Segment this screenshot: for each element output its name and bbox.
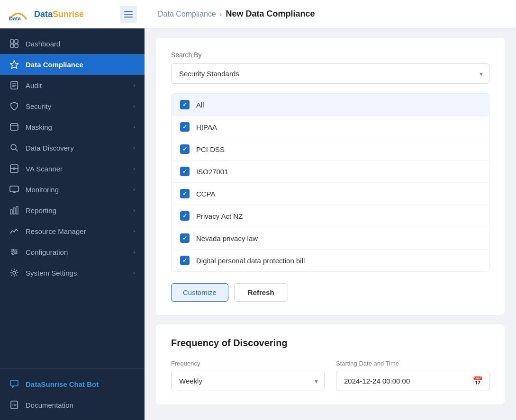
sidebar-label-monitoring: Monitoring <box>26 186 127 194</box>
star-icon <box>9 60 19 69</box>
sidebar-item-monitoring[interactable]: Monitoring › <box>0 179 145 200</box>
search-by-select[interactable]: Security Standards Column Name Data Type <box>171 63 489 84</box>
svg-text:Data: Data <box>9 15 21 21</box>
sidebar-item-data-compliance[interactable]: Data Compliance <box>0 54 145 75</box>
checkbox-label-all: All <box>196 101 204 109</box>
customize-button[interactable]: Customize <box>171 283 228 302</box>
chevron-down-icon: › <box>133 166 135 171</box>
search-icon <box>9 143 19 152</box>
svg-rect-21 <box>13 208 15 214</box>
sidebar-item-label: Dashboard <box>26 40 135 48</box>
checkbox-item-iso27001[interactable]: ✓ ISO27001 <box>172 161 489 183</box>
checkbox-label-hipaa: HIPAA <box>196 123 217 131</box>
date-group: Starting Date and Time 📅 <box>336 360 489 391</box>
checkbox-ccpa[interactable]: ✓ <box>180 189 190 198</box>
chevron-down-icon: › <box>133 270 135 276</box>
sidebar-item-reporting[interactable]: Reporting › <box>0 200 145 221</box>
documentation-label: Documentation <box>26 401 135 409</box>
checkbox-item-nevada[interactable]: ✓ Nevada privacy law <box>172 227 489 250</box>
checkbox-item-digital[interactable]: ✓ Digital personal data protection bill <box>172 250 489 271</box>
chevron-down-icon: › <box>133 145 135 151</box>
nav-items: Dashboard Data Compliance Audit › <box>0 28 145 368</box>
sidebar-item-label-active: Data Compliance <box>26 61 135 69</box>
svg-rect-17 <box>10 186 18 192</box>
checkbox-item-ccpa[interactable]: ✓ CCPA <box>172 183 489 205</box>
svg-rect-3 <box>10 44 14 47</box>
frequency-card: Frequency of Discovering Frequency Weekl… <box>156 324 505 404</box>
checkbox-label-nevada: Nevada privacy law <box>196 234 258 242</box>
sidebar-item-audit[interactable]: Audit › <box>0 75 145 96</box>
search-by-card: Search By Security Standards Column Name… <box>156 38 505 315</box>
svg-point-27 <box>15 251 17 253</box>
checkbox-digital[interactable]: ✓ <box>180 256 190 265</box>
date-input[interactable] <box>336 371 489 391</box>
checkbox-label-iso27001: ISO27001 <box>196 168 228 176</box>
sidebar-label-configuration: Configuration <box>26 248 127 256</box>
doc-icon: DOC <box>9 400 19 410</box>
svg-text:DOC: DOC <box>12 403 18 407</box>
refresh-button[interactable]: Refresh <box>234 283 288 302</box>
checkbox-nevada[interactable]: ✓ <box>180 233 190 243</box>
checkbox-privacy-act-nz[interactable]: ✓ <box>180 211 190 221</box>
svg-rect-20 <box>10 210 12 214</box>
sidebar-toggle-button[interactable] <box>120 6 137 23</box>
svg-point-26 <box>12 249 14 251</box>
file-icon <box>9 80 19 90</box>
checkbox-pci-dss[interactable]: ✓ <box>180 144 190 154</box>
sidebar-item-security[interactable]: Security › <box>0 96 145 116</box>
config-icon <box>9 247 19 257</box>
checkbox-item-hipaa[interactable]: ✓ HIPAA <box>172 116 489 138</box>
sidebar-item-system-settings[interactable]: System Settings › <box>0 262 145 283</box>
sidebar-label-masking: Masking <box>26 123 127 131</box>
sidebar-label-system-settings: System Settings <box>26 269 127 277</box>
checkbox-all[interactable]: ✓ <box>180 100 190 109</box>
date-label: Starting Date and Time <box>336 360 489 367</box>
checkbox-item-all[interactable]: ✓ All <box>172 94 489 116</box>
sidebar-item-masking[interactable]: Masking › <box>0 116 145 137</box>
mask-icon <box>9 122 19 132</box>
chevron-down-icon: › <box>133 103 135 109</box>
frequency-row: Frequency Weekly Daily Monthly Once ▾ St… <box>171 360 489 391</box>
chevron-down-icon: › <box>133 124 135 130</box>
breadcrumb-separator: › <box>220 10 222 18</box>
chevron-down-icon: › <box>133 207 135 213</box>
shield-icon <box>9 101 19 111</box>
calendar-icon: 📅 <box>472 376 483 386</box>
svg-line-13 <box>16 149 18 152</box>
search-by-dropdown-wrapper: Security Standards Column Name Data Type… <box>171 63 489 84</box>
sidebar-item-chatbot[interactable]: DataSunrise Chat Bot <box>0 374 145 394</box>
checkbox-hipaa[interactable]: ✓ <box>180 122 190 132</box>
sidebar-label-security: Security <box>26 102 127 110</box>
frequency-group: Frequency Weekly Daily Monthly Once ▾ <box>171 360 325 391</box>
search-by-label: Search By <box>171 51 489 59</box>
sidebar-item-data-discovery[interactable]: Data Discovery › <box>0 137 145 158</box>
svg-rect-30 <box>10 380 18 386</box>
breadcrumb-current: New Data Compliance <box>226 9 315 19</box>
frequency-select-wrapper: Weekly Daily Monthly Once ▾ <box>171 371 325 391</box>
sidebar-label-audit: Audit <box>26 81 127 89</box>
sidebar-label-reporting: Reporting <box>26 206 127 214</box>
sidebar-label-va-scanner: VA Scanner <box>26 165 127 173</box>
monitor-icon <box>9 185 19 194</box>
frequency-select[interactable]: Weekly Daily Monthly Once <box>171 371 325 391</box>
sidebar-item-configuration[interactable]: Configuration › <box>0 241 145 262</box>
checkbox-item-pci-dss[interactable]: ✓ PCI DSS <box>172 138 489 161</box>
checkbox-item-privacy-act-nz[interactable]: ✓ Privacy Act NZ <box>172 205 489 227</box>
sidebar-item-va-scanner[interactable]: VA Scanner › <box>0 158 145 179</box>
chevron-down-icon: › <box>133 82 135 88</box>
logo-sunrise-text: Sunrise <box>53 9 84 19</box>
breadcrumb-parent: Data Compliance <box>158 10 216 18</box>
grid-icon <box>9 39 19 48</box>
sidebar-item-documentation[interactable]: DOC Documentation <box>0 394 145 415</box>
sidebar-item-dashboard[interactable]: Dashboard <box>0 33 145 54</box>
sidebar-item-resource-manager[interactable]: Resource Manager › <box>0 221 145 241</box>
svg-rect-1 <box>10 40 14 43</box>
frequency-title: Frequency of Discovering <box>171 338 489 349</box>
sidebar: Data DataSunrise Dashboard <box>0 0 145 420</box>
action-buttons: Customize Refresh <box>171 283 489 302</box>
checkbox-label-privacy-act-nz: Privacy Act NZ <box>196 212 243 220</box>
checkbox-iso27001[interactable]: ✓ <box>180 167 190 176</box>
gear-icon <box>9 268 19 277</box>
svg-rect-10 <box>10 124 18 130</box>
svg-rect-4 <box>15 44 18 47</box>
